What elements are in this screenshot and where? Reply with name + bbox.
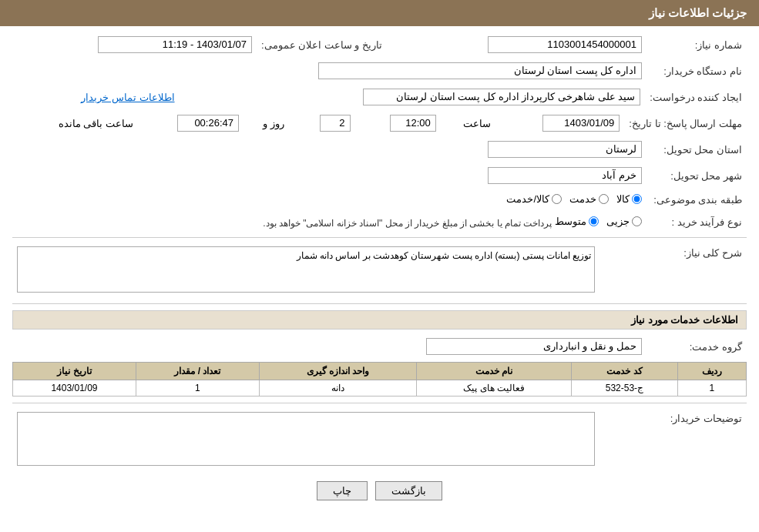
ijad-label: ایجاد کننده درخواست: [645, 86, 747, 108]
farayand-motavas-label: متوسط [555, 216, 586, 227]
table-row: 1ج-53-532فعالیت های پیکدانه11403/01/09 [13, 380, 747, 396]
tabaqe-kala[interactable]: کالا [616, 193, 642, 205]
services-table: ردیف کد خدمت نام خدمت واحد اندازه گیری ت… [12, 362, 747, 396]
farayand-note: پرداخت تمام یا بخشی از مبلغ خریدار از مح… [263, 218, 552, 229]
tozihat-label: توضیحات خریدار: [599, 410, 747, 470]
khadamat-section-title: اطلاعات خدمات مورد نیاز [12, 310, 747, 330]
shomara-niaz-value: 1103001454000001 [488, 36, 642, 53]
tabaqe-khadamat-radio[interactable] [599, 194, 609, 204]
tabaqe-khadamat-label: خدمت [569, 193, 596, 205]
farayand-jozi[interactable]: جزیی [606, 216, 642, 227]
cell-kod: ج-53-532 [572, 380, 678, 396]
cell-nam: فعالیت های پیک [417, 380, 572, 396]
farayand-jozi-label: جزیی [606, 216, 630, 227]
tabaqe-label: طبقه بندی موضوعی: [646, 191, 747, 209]
col-radif: ردیف [677, 363, 746, 380]
goroh-label: گروه خدمت: [646, 336, 747, 357]
divider-2 [12, 303, 747, 304]
cell-tarikh: 1403/01/09 [13, 380, 136, 396]
tabaqe-kala-khadamat-radio[interactable] [552, 194, 562, 204]
tozihat-textarea[interactable] [17, 412, 595, 466]
tabaqe-kala-radio[interactable] [632, 194, 642, 204]
farayand-motavas[interactable]: متوسط [555, 216, 599, 227]
shahr-value: خرم آباد [488, 167, 642, 184]
ostan-label: استان محل تحویل: [646, 139, 747, 160]
tarikh-elam-value: 1403/01/07 - 11:19 [98, 36, 252, 53]
tabaqe-kala-khadamat[interactable]: کالا/خدمت [506, 193, 562, 205]
tabaqe-kala-label: کالا [616, 193, 630, 205]
cell-radif: 1 [677, 380, 746, 396]
mohlat-date: 1403/01/09 [542, 115, 620, 132]
print-button[interactable]: چاپ [317, 481, 368, 500]
divider-1 [12, 237, 747, 238]
page-header: جزئیات اطلاعات نیاز [0, 0, 759, 26]
farayand-jozi-radio[interactable] [632, 216, 642, 226]
mohlat-saat: 12:00 [390, 115, 436, 132]
divider-3 [12, 403, 747, 403]
farayand-motavas-radio[interactable] [589, 216, 599, 226]
tabaqe-radio-group: کالا خدمت کالا/خدمت [506, 193, 642, 205]
cell-vahed: دانه [259, 380, 417, 396]
page-title: جزئیات اطلاعات نیاز [649, 6, 747, 19]
cell-tedad: 1 [136, 380, 259, 396]
button-row: بازگشت چاپ [12, 481, 747, 500]
mohlat-label: مهلت ارسال پاسخ: تا تاریخ: [624, 112, 747, 134]
shahr-label: شهر محل تحویل: [646, 165, 747, 186]
mohlat-roz: 2 [320, 115, 351, 132]
mohlat-baqi: 00:26:47 [177, 115, 239, 132]
tabaqe-kala-khadamat-label: کالا/خدمت [506, 193, 549, 205]
sharh-label: شرح کلی نیاز: [599, 244, 747, 297]
col-vahed: واحد اندازه گیری [259, 363, 417, 380]
goroh-value: حمل و نقل و انبارداری [426, 338, 642, 355]
col-tedad: تعداد / مقدار [136, 363, 259, 380]
back-button[interactable]: بازگشت [375, 481, 442, 500]
nam-dastgah-label: نام دستگاه خریدار: [646, 60, 747, 82]
ijad-value: سید علی شاهرخی کارپرداز اداره کل پست است… [363, 89, 640, 105]
nam-dastgah-value: اداره کل پست استان لرستان [318, 62, 642, 79]
col-nam: نام خدمت [417, 363, 572, 380]
ettelaat-tamas-link[interactable]: اطلاعات تماس خریدار [81, 92, 174, 103]
col-kod: کد خدمت [572, 363, 678, 380]
roz-label: روز و [263, 118, 284, 129]
ostan-value: لرستان [488, 141, 642, 158]
tarikh-elam-label: تاریخ و ساعت اعلان عمومی: [257, 34, 387, 55]
farayand-radio-group: جزیی متوسط [555, 216, 642, 227]
saat-baqi-label: ساعت باقی مانده [59, 118, 133, 129]
tabaqe-khadamat[interactable]: خدمت [569, 193, 609, 205]
col-tarikh: تاریخ نیاز [13, 363, 136, 380]
nooe-farayand-label: نوع فرآیند خرید : [646, 213, 747, 231]
sharh-textarea[interactable] [17, 246, 595, 293]
saat-label-static: ساعت [463, 118, 491, 129]
shomara-niaz-label: شماره نیاز: [646, 34, 747, 55]
